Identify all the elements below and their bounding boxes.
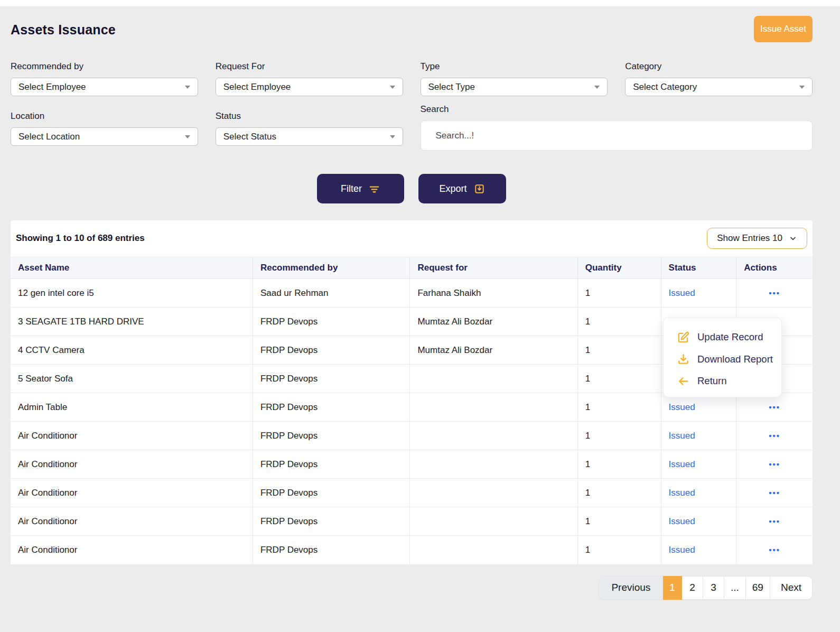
filter-row-1: Recommended by Select Employee Request F… bbox=[11, 61, 813, 96]
pagination-previous[interactable]: Previous bbox=[599, 576, 663, 600]
recommended-by-value: Select Employee bbox=[18, 82, 86, 92]
cell-recommended-by: FRDP Devops bbox=[253, 536, 410, 564]
location-select[interactable]: Select Location bbox=[11, 127, 198, 146]
cell-status[interactable]: Issued bbox=[661, 536, 736, 564]
row-action-menu: Update RecordDownload ReportReturn bbox=[663, 318, 782, 397]
cell-asset-name: Air Conditionor bbox=[11, 536, 253, 564]
filter-category: Category Select Category bbox=[625, 61, 813, 96]
table-row: Air ConditionorFRDP Devops1Issued••• bbox=[11, 507, 813, 536]
pagination-page-69[interactable]: 69 bbox=[746, 576, 770, 600]
recommended-by-select[interactable]: Select Employee bbox=[11, 78, 198, 96]
cell-recommended-by: FRDP Devops bbox=[253, 365, 410, 393]
row-actions-menu-button[interactable]: ••• bbox=[769, 517, 780, 526]
row-actions-menu-button[interactable]: ••• bbox=[769, 488, 780, 497]
search-input[interactable] bbox=[421, 120, 813, 151]
pagination-page-3[interactable]: 3 bbox=[703, 576, 724, 600]
row-actions-menu-button[interactable]: ••• bbox=[769, 545, 780, 554]
search-label: Search bbox=[421, 104, 813, 115]
cell-asset-name: Air Conditionor bbox=[11, 422, 253, 450]
category-label: Category bbox=[625, 61, 813, 72]
assets-issuance-page: Assets Issuance Issue Asset Recommended … bbox=[0, 0, 840, 632]
page-background: Assets Issuance Issue Asset Recommended … bbox=[0, 6, 840, 632]
chevron-down-icon bbox=[594, 86, 600, 89]
filter-type: Type Select Type bbox=[421, 61, 608, 96]
edit-icon bbox=[677, 331, 689, 343]
cell-asset-name: Air Conditionor bbox=[11, 479, 253, 507]
cell-quantity: 1 bbox=[577, 507, 661, 536]
cell-recommended-by: FRDP Devops bbox=[253, 450, 410, 479]
cell-quantity: 1 bbox=[577, 450, 661, 479]
chevron-down-icon bbox=[390, 86, 395, 89]
table-row: Air ConditionorFRDP Devops1Issued••• bbox=[11, 422, 813, 450]
filter-search: Search bbox=[421, 104, 813, 151]
cell-quantity: 1 bbox=[577, 365, 661, 393]
cell-status[interactable]: Issued bbox=[661, 479, 736, 507]
status-value: Select Status bbox=[223, 132, 276, 142]
column-header: Actions bbox=[736, 257, 813, 279]
export-button[interactable]: Export bbox=[418, 174, 506, 203]
show-entries-select[interactable]: Show Entries 10 bbox=[707, 228, 807, 249]
menu-item-update-record[interactable]: Update Record bbox=[677, 327, 781, 348]
menu-item-label: Download Report bbox=[697, 354, 773, 365]
cell-recommended-by: FRDP Devops bbox=[253, 507, 410, 536]
cell-request-for bbox=[410, 450, 577, 479]
menu-item-download-report[interactable]: Download Report bbox=[677, 349, 781, 370]
cell-request-for: Mumtaz Ali Bozdar bbox=[410, 336, 577, 365]
pagination-next[interactable]: Next bbox=[770, 576, 813, 600]
row-actions-menu-button[interactable]: ••• bbox=[769, 403, 780, 412]
cell-actions: ••• bbox=[736, 507, 813, 536]
request-for-select[interactable]: Select Employee bbox=[216, 78, 403, 96]
cell-asset-name: 5 Seator Sofa bbox=[11, 365, 253, 393]
cell-actions: ••• bbox=[736, 450, 813, 479]
filter-button-label: Filter bbox=[341, 183, 362, 194]
cell-request-for bbox=[410, 365, 577, 393]
cell-quantity: 1 bbox=[577, 308, 661, 336]
chevron-down-icon bbox=[799, 86, 805, 89]
cell-asset-name: Air Conditionor bbox=[11, 450, 253, 479]
issue-asset-button[interactable]: Issue Asset bbox=[754, 16, 813, 42]
cell-status[interactable]: Issued bbox=[661, 450, 736, 479]
cell-quantity: 1 bbox=[577, 536, 661, 564]
cell-asset-name: 12 gen intel core i5 bbox=[11, 279, 253, 308]
type-select[interactable]: Select Type bbox=[421, 78, 608, 96]
menu-item-return[interactable]: Return bbox=[677, 370, 781, 392]
cell-recommended-by: FRDP Devops bbox=[253, 422, 410, 450]
location-label: Location bbox=[11, 111, 198, 122]
category-value: Select Category bbox=[633, 82, 697, 92]
column-header: Request for bbox=[410, 257, 577, 279]
category-select[interactable]: Select Category bbox=[625, 78, 813, 96]
pagination-page-1[interactable]: 1 bbox=[663, 576, 682, 600]
filter-actions-row: Filter Export bbox=[11, 174, 813, 203]
filter-button[interactable]: Filter bbox=[317, 174, 404, 203]
row-actions-menu-button[interactable]: ••• bbox=[769, 289, 780, 298]
status-select[interactable]: Select Status bbox=[216, 127, 403, 146]
cell-request-for bbox=[410, 536, 577, 564]
column-header: Status bbox=[661, 257, 736, 279]
pagination-page-2[interactable]: 2 bbox=[682, 576, 703, 600]
cell-recommended-by: FRDP Devops bbox=[253, 336, 410, 365]
page-header: Assets Issuance Issue Asset bbox=[11, 16, 813, 42]
row-actions-menu-button[interactable]: ••• bbox=[769, 460, 780, 469]
row-actions-menu-button[interactable]: ••• bbox=[769, 431, 780, 440]
cell-actions: ••• bbox=[736, 422, 813, 450]
cell-actions: ••• bbox=[736, 536, 813, 564]
cell-request-for bbox=[410, 393, 577, 422]
request-for-label: Request For bbox=[216, 61, 403, 72]
cell-recommended-by: Saad ur Rehman bbox=[253, 279, 410, 308]
cell-status[interactable]: Issued bbox=[661, 279, 736, 308]
export-download-icon bbox=[473, 183, 486, 195]
pagination-page-...[interactable]: ... bbox=[724, 576, 746, 600]
cell-recommended-by: FRDP Devops bbox=[253, 393, 410, 422]
table-row: Air ConditionorFRDP Devops1Issued••• bbox=[11, 450, 813, 479]
cell-quantity: 1 bbox=[577, 393, 661, 422]
cell-status[interactable]: Issued bbox=[661, 507, 736, 536]
chevron-down-icon bbox=[390, 135, 395, 138]
menu-item-label: Update Record bbox=[697, 331, 763, 343]
cell-status[interactable]: Issued bbox=[661, 422, 736, 450]
filter-status: Status Select Status bbox=[216, 111, 403, 146]
recommended-by-label: Recommended by bbox=[11, 61, 198, 72]
table-header-row: Asset NameRecommended byRequest forQuant… bbox=[11, 257, 813, 279]
filter-row-2: Location Select Location Status Select S… bbox=[11, 111, 813, 151]
export-button-label: Export bbox=[439, 183, 466, 194]
cell-quantity: 1 bbox=[577, 479, 661, 507]
